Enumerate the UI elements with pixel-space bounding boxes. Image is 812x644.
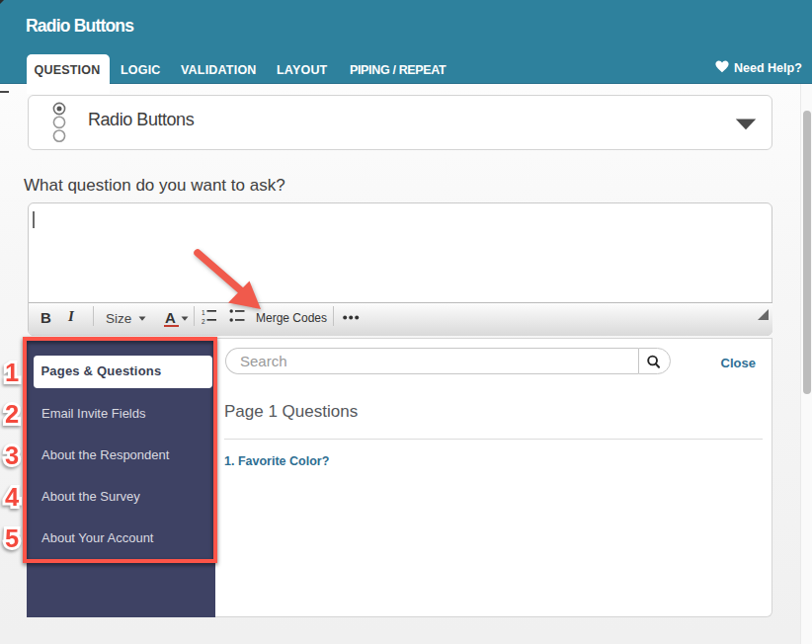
svg-text:4: 4 xyxy=(5,483,20,511)
svg-text:5: 5 xyxy=(5,524,19,552)
svg-text:3: 3 xyxy=(5,442,19,469)
svg-text:2: 2 xyxy=(5,400,19,428)
svg-text:1: 1 xyxy=(5,359,19,386)
